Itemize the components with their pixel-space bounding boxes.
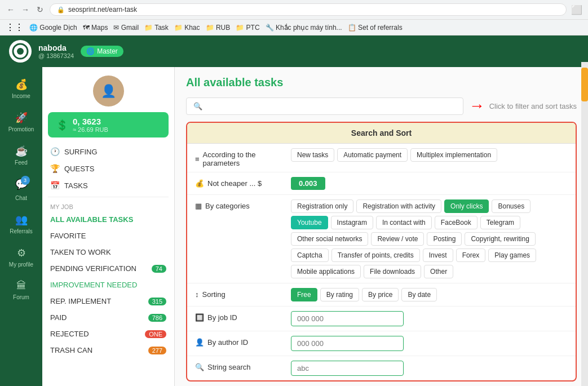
automatic-payment-btn[interactable]: Automatic payment [337,148,408,162]
bookmark-khac[interactable]: 📁 Khac [174,24,200,32]
categories-label: ▦ By categories [195,199,285,210]
cat-bonuses[interactable]: Bonuses [492,199,530,213]
sort-free[interactable]: Free [291,288,317,301]
cat-registration-activity[interactable]: Registration with activity [356,199,441,213]
sidebar-item-feed[interactable]: ☕ Feed [2,139,41,171]
cat-captcha[interactable]: Captcha [291,249,329,262]
apps-icon[interactable]: ⋮⋮ [6,22,24,33]
sidebar-item-income[interactable]: 💰 Income [2,73,41,105]
filter-box: Search and Sort ≡ According to the param… [186,122,577,381]
job-id-controls [291,311,568,326]
bookmark-khac-phuc[interactable]: 🔧 Khắc phục máy tính... [266,24,342,32]
string-search-icon: 🔍 [195,363,204,371]
search-bar-row: 🔍 → Click to filter and sort tasks [186,97,577,115]
rep-badge: 315 [148,298,166,305]
cat-only-clicks[interactable]: Only clicks [444,199,489,213]
categories-controls: Registration only Registration with acti… [291,199,568,278]
address-bar[interactable]: 🔒 seosprint.net/earn-task [50,3,567,16]
bookmark-ptc[interactable]: 📁 PTC [236,24,259,32]
pending-label: PENDING VERIFICATION [50,264,136,273]
menu-trash[interactable]: TRASH CAN 277 [42,342,174,358]
menu-improvement[interactable]: IMPROVEMENT NEEDED [42,277,174,293]
bookmark-rub[interactable]: 📁 RUB [206,24,231,32]
job-id-icon: 🔲 [195,313,204,322]
job-id-input[interactable] [291,311,404,326]
menu-paid[interactable]: PAID 786 [42,309,174,326]
new-tasks-btn[interactable]: New tasks [291,148,334,162]
cat-registration-only[interactable]: Registration only [291,199,353,213]
sidebar-item-chat[interactable]: 💬 3 Chat [2,172,41,207]
cat-play-games[interactable]: Play games [488,249,536,262]
string-search-input[interactable] [291,361,404,376]
cat-other-social[interactable]: Other social networks [291,232,368,246]
sort-by-price[interactable]: By price [362,288,399,301]
menu-rejected[interactable]: REJECTED ONE [42,326,174,342]
sort-by-date[interactable]: By date [401,288,437,301]
scrollbar[interactable] [581,67,588,386]
sidebar-item-referrals[interactable]: 👥 Referrals [2,208,41,240]
sidebar-menu: 👤 💲 0, 3623 ≈ 26.69 RUB 🕐 SURFING 🏆 QUES… [42,67,174,386]
master-label: Master [97,47,118,55]
balance-amount: 0, 3623 [73,117,108,126]
search-input-wrap[interactable]: 🔍 [186,97,463,115]
menu-tasks[interactable]: 📅 TASKS [42,177,174,194]
sidebar-icons: 💰 Income 🚀 Promotion ☕ Feed 💬 3 Chat 👥 [0,67,42,386]
bookmarks-bar: ⋮⋮ 🌐 Google Dịch 🗺 Maps ✉ Gmail 📁 Task 📁… [0,20,588,36]
menu-quests[interactable]: 🏆 QUESTS [42,160,174,177]
feed-icon: ☕ [15,145,28,157]
menu-pending[interactable]: PENDING VERIFICATION 74 [42,260,174,277]
filter-row-price: 💰 Not cheaper ... $ 0.003 [187,172,576,195]
user-id: @ 13867324 [38,52,74,59]
extension-icon: ⬜ [571,5,582,15]
paid-label: PAID [50,313,67,322]
cat-invest[interactable]: Invest [423,249,453,262]
red-arrow-icon: → [469,97,485,115]
menu-favorite[interactable]: FAVORITE [42,228,174,244]
multiplex-btn[interactable]: Multiplex implementation [410,148,497,162]
bookmark-maps[interactable]: 🗺 Maps [83,24,108,32]
referrals-icon: 👥 [15,214,28,226]
sidebar-item-profile[interactable]: ⚙ My profile [2,241,41,273]
bookmark-referrals[interactable]: 📋 Set of referrals [348,24,403,32]
sorting-controls: Free By rating By price By date [291,288,568,301]
cat-youtube[interactable]: Youtube [291,216,328,229]
menu-taken-to-work[interactable]: TAKEN TO WORK [42,244,174,260]
author-id-input[interactable] [291,336,404,351]
cat-review-vote[interactable]: Review / vote [371,232,424,246]
sidebar-item-forum[interactable]: 🏛 Forum [2,274,41,306]
cat-copyright[interactable]: Copyright, rewriting [465,232,535,246]
sidebar-item-promotion[interactable]: 🚀 Promotion [2,106,41,138]
chat-badge: 3 [21,176,30,185]
price-value[interactable]: 0.003 [291,177,325,190]
menu-rep-implement[interactable]: REP. IMPLEMENT 315 [42,293,174,309]
lock-icon: 🔒 [57,6,65,14]
menu-surfing[interactable]: 🕐 SURFING [42,143,174,160]
reload-button[interactable]: ↻ [35,5,45,15]
cat-posting[interactable]: Posting [427,232,462,246]
pending-badge: 74 [152,265,166,273]
search-icon: 🔍 [193,102,202,110]
cat-other[interactable]: Other [424,265,453,278]
menu-quests-label: QUESTS [64,165,94,173]
cat-forex[interactable]: Forex [456,249,486,262]
bookmark-gmail[interactable]: ✉ Gmail [113,24,139,32]
string-search-controls [291,361,568,376]
forward-button[interactable]: → [20,5,30,15]
filter-row-categories: ▦ By categories Registration only Regist… [187,195,576,283]
cat-in-contact[interactable]: In contact with [376,216,432,229]
cat-file-downloads[interactable]: File downloads [364,265,421,278]
back-button[interactable]: ← [6,5,16,15]
bookmark-task[interactable]: 📁 Task [144,24,169,32]
cat-transfer-points[interactable]: Transfer of points, credits [331,249,420,262]
cat-telegram[interactable]: Telegram [480,216,520,229]
price-label: 💰 Not cheaper ... $ [195,177,285,188]
improvement-label: IMPROVEMENT NEEDED [50,281,137,289]
sort-by-rating[interactable]: By rating [320,288,359,301]
menu-all-tasks[interactable]: ALL AVAILABLE TASKS [42,211,174,228]
rep-label: REP. IMPLEMENT [50,297,111,305]
cat-mobile-apps[interactable]: Mobile applications [291,265,361,278]
url-text: seosprint.net/earn-task [68,6,137,14]
cat-facebook[interactable]: FaceBook [435,216,478,229]
cat-instagram[interactable]: Instagram [331,216,373,229]
bookmark-google-dich[interactable]: 🌐 Google Dịch [29,24,77,32]
